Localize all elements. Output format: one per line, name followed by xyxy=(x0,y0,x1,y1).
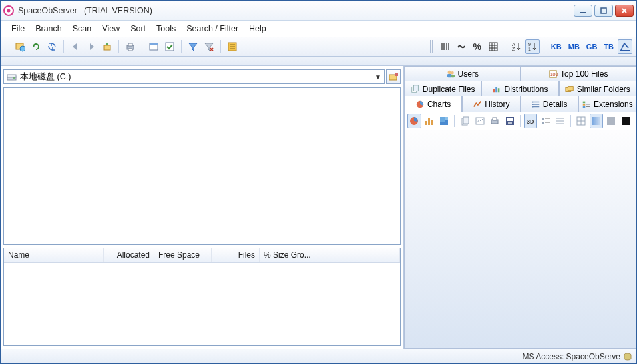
check-icon[interactable] xyxy=(162,39,177,54)
svg-rect-62 xyxy=(542,122,544,124)
unit-tb[interactable]: TB xyxy=(601,39,616,54)
clear-filter-icon[interactable] xyxy=(202,39,216,54)
tab-users-label: Users xyxy=(458,69,479,79)
chart-3d-icon[interactable]: 3D xyxy=(524,114,538,128)
menu-tools[interactable]: Tools xyxy=(151,23,181,35)
svg-rect-32 xyxy=(413,85,418,91)
export-icon[interactable] xyxy=(146,39,161,54)
chevron-down-icon: ▼ xyxy=(375,73,381,81)
left-pane: 本地磁盘 (C:) ▼ Name Allocated Free Space Fi… xyxy=(1,66,404,349)
barcode-icon[interactable] xyxy=(438,39,453,54)
unit-auto-icon[interactable] xyxy=(618,39,632,54)
col-allocated[interactable]: Allocated xyxy=(104,248,154,262)
unit-mb[interactable]: MB xyxy=(566,39,582,54)
chart-treemap-icon[interactable] xyxy=(437,114,451,128)
rescan-icon[interactable] xyxy=(45,39,59,54)
tab-charts-label: Charts xyxy=(427,100,451,109)
table-header: Name Allocated Free Space Files % Size G… xyxy=(4,248,400,263)
tab-duplicate-files[interactable]: Duplicate Files xyxy=(404,81,481,96)
chart-legend-icon[interactable] xyxy=(538,114,552,128)
tab-users[interactable]: Users xyxy=(404,66,521,81)
svg-rect-9 xyxy=(128,49,132,51)
chart-export-icon[interactable] xyxy=(473,114,487,128)
svg-text:3D: 3D xyxy=(527,118,534,125)
drive-combo[interactable]: 本地磁盘 (C:) ▼ xyxy=(3,69,385,84)
menu-file[interactable]: File xyxy=(6,23,30,35)
svg-point-22 xyxy=(13,77,15,79)
svg-rect-58 xyxy=(507,118,513,121)
chart-gray-icon[interactable] xyxy=(604,114,618,128)
tab-top100[interactable]: 100 Top 100 Files xyxy=(521,66,637,81)
refresh-icon[interactable] xyxy=(29,39,43,54)
menu-view[interactable]: View xyxy=(97,23,125,35)
top100-icon: 100 xyxy=(548,69,558,79)
maximize-button[interactable] xyxy=(594,5,613,17)
svg-rect-28 xyxy=(451,75,455,77)
options-icon[interactable] xyxy=(225,39,240,54)
svg-rect-59 xyxy=(508,122,512,124)
tab-details-label: Details xyxy=(543,100,568,109)
unit-kb[interactable]: KB xyxy=(548,39,564,54)
menu-help[interactable]: Help xyxy=(244,23,272,35)
svg-rect-42 xyxy=(583,101,586,103)
filter-icon[interactable] xyxy=(186,39,200,54)
tab-distributions[interactable]: Distributions xyxy=(481,81,558,96)
drive-label: 本地磁盘 (C:) xyxy=(20,71,71,83)
svg-text:9: 9 xyxy=(528,42,531,47)
tilde-icon[interactable] xyxy=(454,39,469,54)
grid-icon[interactable] xyxy=(486,39,501,54)
tab-extensions[interactable]: Extensions xyxy=(578,96,636,112)
main-toolbar: % AZ 91 KB MB GB TB xyxy=(1,37,636,57)
svg-rect-56 xyxy=(493,118,497,120)
percent-icon[interactable]: % xyxy=(470,39,485,54)
chart-gradient-icon[interactable] xyxy=(590,114,604,128)
sort-az-icon[interactable]: AZ xyxy=(509,39,524,54)
charts-toolbar: 3D xyxy=(404,112,636,130)
directory-tree[interactable] xyxy=(3,87,401,245)
drive-browse-button[interactable] xyxy=(386,69,401,84)
unit-gb[interactable]: GB xyxy=(584,39,600,54)
close-button[interactable] xyxy=(615,5,634,17)
tab-similar-folders[interactable]: Similar Folders xyxy=(559,81,636,96)
svg-rect-44 xyxy=(583,106,586,108)
chart-black-icon[interactable] xyxy=(620,114,633,128)
details-icon xyxy=(531,100,540,109)
menu-scan[interactable]: Scan xyxy=(67,23,97,35)
back-icon[interactable] xyxy=(68,39,83,54)
col-name[interactable]: Name xyxy=(4,248,104,262)
toolbar-grip[interactable] xyxy=(5,40,9,53)
minimize-button[interactable] xyxy=(574,5,592,17)
new-scan-icon[interactable] xyxy=(13,39,27,54)
svg-rect-35 xyxy=(498,88,500,92)
chart-lines-icon[interactable] xyxy=(554,114,567,128)
tab-history[interactable]: History xyxy=(462,96,520,112)
up-icon[interactable] xyxy=(100,39,114,54)
svg-rect-12 xyxy=(166,43,174,51)
menu-branch[interactable]: Branch xyxy=(30,23,67,35)
chart-pie-icon[interactable] xyxy=(407,114,421,128)
chart-area[interactable] xyxy=(404,130,636,349)
svg-rect-51 xyxy=(445,117,448,120)
tab-details[interactable]: Details xyxy=(521,96,578,112)
svg-rect-24 xyxy=(395,73,398,76)
col-sizegrow[interactable]: % Size Gro... xyxy=(260,248,400,262)
tab-charts[interactable]: Charts xyxy=(404,96,462,112)
tab-ext-label: Extensions xyxy=(594,100,633,109)
forward-icon[interactable] xyxy=(84,39,99,54)
chart-copy-icon[interactable] xyxy=(458,114,471,128)
chart-grid-icon[interactable] xyxy=(574,114,588,128)
svg-rect-61 xyxy=(542,118,544,120)
distributions-icon xyxy=(492,85,501,94)
svg-rect-2 xyxy=(580,12,586,13)
chart-save-icon[interactable] xyxy=(503,114,517,128)
col-free[interactable]: Free Space xyxy=(154,248,212,262)
sort-91-icon[interactable]: 91 xyxy=(525,39,540,54)
toolbar-grip-2[interactable] xyxy=(430,40,434,53)
menu-search-filter[interactable]: Search / Filter xyxy=(181,23,244,35)
print-icon[interactable] xyxy=(123,39,138,54)
menu-sort[interactable]: Sort xyxy=(125,23,151,35)
chart-bar-icon[interactable] xyxy=(423,114,436,128)
col-files[interactable]: Files xyxy=(212,248,260,262)
table-body[interactable] xyxy=(4,263,400,345)
chart-print-icon[interactable] xyxy=(488,114,501,128)
